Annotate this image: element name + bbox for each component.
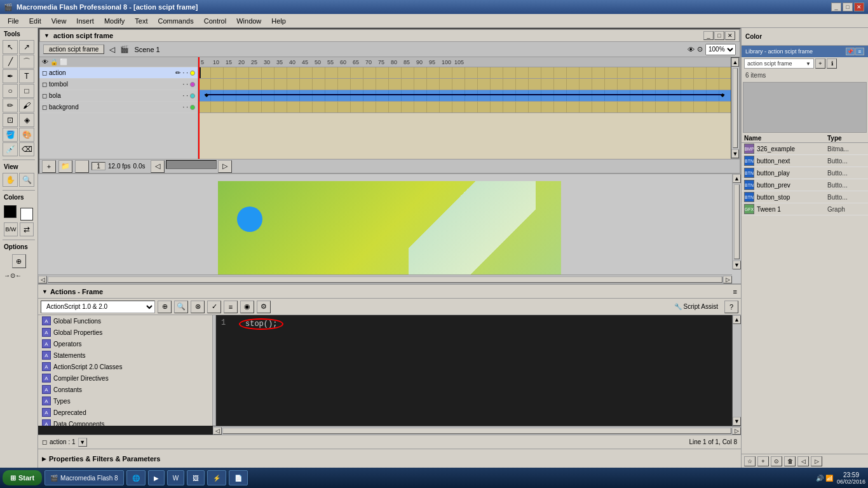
actions-expand-arrow[interactable]: ▼: [42, 288, 48, 295]
taskbar-item-media[interactable]: ▶: [148, 470, 165, 485]
eye-toggle[interactable]: ·: [182, 81, 184, 88]
library-item-tween1[interactable]: GFX Tween 1 Graph: [742, 203, 868, 215]
lib-menu-btn[interactable]: ≡: [855, 48, 864, 55]
eraser-tool[interactable]: ⌫: [19, 142, 34, 156]
stage-scroll-right[interactable]: ▷: [723, 276, 732, 283]
lib-pin-btn[interactable]: 📌: [846, 48, 855, 55]
lib-new-symbol-btn2[interactable]: ☆: [744, 456, 756, 466]
lib-nav-left[interactable]: ◁: [797, 456, 809, 466]
add-layer-btn[interactable]: +: [42, 160, 56, 173]
start-button[interactable]: ⊞ Start: [3, 470, 42, 485]
category-deprecated[interactable]: A Deprecated: [38, 407, 212, 418]
timeline-tab[interactable]: action scipt frame: [43, 44, 104, 54]
category-global-functions[interactable]: A Global Functions: [38, 315, 212, 327]
insert-path-btn[interactable]: ⊗: [191, 301, 205, 313]
swap-colors-btn[interactable]: ⇄: [20, 222, 34, 236]
menu-view[interactable]: View: [46, 16, 72, 26]
eye-toggle[interactable]: ·: [182, 92, 184, 99]
stroke-color[interactable]: [4, 205, 17, 218]
lock-toggle[interactable]: ·: [186, 92, 188, 99]
lasso-tool[interactable]: ⌒: [19, 55, 34, 69]
text-tool[interactable]: T: [19, 69, 34, 83]
category-data-components[interactable]: A Data Components: [38, 418, 212, 426]
help-btn[interactable]: ?: [724, 301, 738, 313]
delete-layer-btn[interactable]: [75, 160, 89, 173]
black-white-btn[interactable]: B/W: [4, 222, 18, 236]
taskbar-item-firefox[interactable]: 🌐: [126, 470, 146, 485]
eye-toggle[interactable]: ·: [182, 104, 184, 111]
library-item-button-play[interactable]: BTN button_play Butto...: [742, 167, 868, 179]
eyedropper-tool[interactable]: 💉: [3, 142, 18, 156]
category-operators[interactable]: A Operators: [38, 338, 212, 349]
check-syntax-btn[interactable]: ✓: [207, 301, 221, 313]
taskbar-item-other[interactable]: 📄: [229, 470, 248, 485]
script-assist-btn[interactable]: 🔧 Script Assist: [674, 303, 718, 310]
library-dropdown[interactable]: action scipt frame ▼: [744, 58, 814, 69]
hand-tool[interactable]: ✋: [3, 173, 18, 187]
timeline-back-arrow[interactable]: ◁: [109, 45, 115, 54]
editor-scrollbar-v[interactable]: ▲ ▼: [732, 315, 741, 426]
inner-maximize[interactable]: □: [714, 31, 724, 40]
stage-hscrollbar-thumb[interactable]: [48, 276, 722, 283]
add-folder-btn[interactable]: 📁: [58, 160, 72, 173]
zoom-tool[interactable]: 🔍: [19, 173, 34, 187]
taskbar-item-flash2[interactable]: ⚡: [207, 470, 226, 485]
properties-expand-arrow[interactable]: ▶: [42, 456, 46, 462]
library-item-button-stop[interactable]: BTN button_stop Butto...: [742, 191, 868, 203]
lib-nav-right[interactable]: ▷: [811, 456, 822, 466]
line-tool[interactable]: ╱: [3, 55, 18, 69]
minimize-button[interactable]: _: [831, 3, 841, 11]
lock-toggle[interactable]: ·: [186, 104, 188, 111]
taskbar-item-flash[interactable]: 🎬 Macromedia Flash 8: [44, 470, 124, 485]
free-transform-tool[interactable]: ⊡: [3, 113, 18, 127]
lib-add-btn[interactable]: +: [757, 456, 769, 466]
fill-transform-tool[interactable]: ◈: [19, 113, 34, 127]
timeline-expand-arrow[interactable]: ▼: [44, 32, 50, 39]
lock-toggle[interactable]: ·: [186, 81, 188, 88]
menu-edit[interactable]: Edit: [24, 16, 46, 26]
editor-scroll-left[interactable]: ◁: [213, 427, 222, 435]
editor-scroll-up[interactable]: ▲: [733, 315, 741, 324]
lib-delete-btn[interactable]: 🗑: [784, 456, 796, 466]
stage-scrollbar-h[interactable]: ◁ ▷: [38, 274, 732, 283]
menu-modify[interactable]: Modify: [99, 16, 130, 26]
stage-scroll-up[interactable]: ▲: [733, 174, 741, 183]
ball-object[interactable]: [237, 207, 262, 232]
show-hidden-btn[interactable]: ◉: [240, 301, 254, 313]
taskbar-item-pictures[interactable]: 🖼: [187, 470, 205, 485]
lib-props-btn2[interactable]: ⊙: [771, 456, 782, 466]
brush-tool[interactable]: 🖌: [19, 98, 34, 112]
maximize-button[interactable]: □: [843, 3, 853, 11]
lock-toggle[interactable]: ·: [186, 69, 188, 76]
library-item-button-next[interactable]: BTN button_next Butto...: [742, 155, 868, 167]
inner-close[interactable]: ✕: [725, 31, 735, 40]
tab-menu-btn[interactable]: ▼: [78, 438, 87, 447]
category-as2-classes[interactable]: A ActionScript 2.0 Classes: [38, 361, 212, 372]
category-compiler-directives[interactable]: A Compiler Directives: [38, 372, 212, 384]
fill-color[interactable]: [20, 208, 33, 220]
forward-btn[interactable]: ▷: [218, 160, 232, 173]
editor-scroll-right[interactable]: ▷: [732, 427, 741, 435]
editor-scrollbar-h[interactable]: ◁ ▷: [213, 426, 741, 435]
editor-scroll-down[interactable]: ▼: [733, 417, 741, 426]
scroll-down-btn[interactable]: ▼: [731, 149, 739, 158]
actionscript-version-select[interactable]: ActionScript 1.0 & 2.0: [41, 301, 155, 313]
close-button[interactable]: ✕: [854, 3, 864, 11]
menu-control[interactable]: Control: [199, 16, 231, 26]
category-global-properties[interactable]: A Global Properties: [38, 327, 212, 338]
ink-bucket-tool[interactable]: 🪣: [3, 128, 18, 142]
category-constants[interactable]: A Constants: [38, 384, 212, 395]
pen-tool[interactable]: ✒: [3, 69, 18, 83]
timeline-scroll-track[interactable]: [166, 160, 217, 169]
taskbar-item-word[interactable]: W: [167, 470, 184, 485]
stage-scroll-left[interactable]: ◁: [38, 276, 47, 283]
add-statement-btn[interactable]: ⊕: [158, 301, 172, 313]
zoom-select[interactable]: 100%: [705, 44, 736, 55]
category-types[interactable]: A Types: [38, 395, 212, 407]
category-statements[interactable]: A Statements: [38, 349, 212, 361]
play-btn[interactable]: ◁: [151, 160, 165, 173]
actions-menu-icon[interactable]: ≡: [733, 288, 737, 295]
stage-scroll-down[interactable]: ▼: [733, 261, 741, 269]
stage-scrollbar-v[interactable]: ▲ ▼: [732, 174, 741, 269]
lib-new-symbol-btn[interactable]: +: [815, 58, 825, 69]
